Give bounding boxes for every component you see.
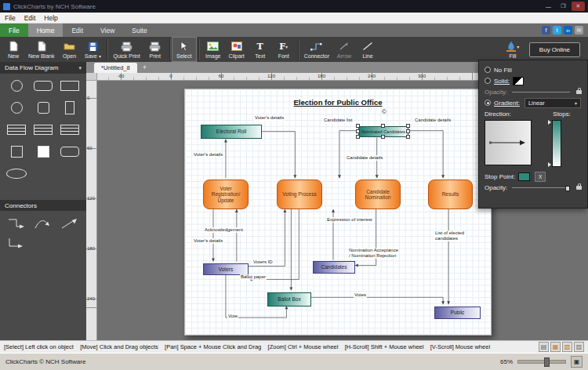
- email-icon[interactable]: ✉: [575, 26, 583, 34]
- zoom-slider-thumb[interactable]: [544, 357, 550, 367]
- fill-button[interactable]: ▾ Fill: [501, 38, 524, 61]
- diagram-node-ballot-box[interactable]: Ballot Box: [267, 292, 311, 307]
- shape-ellipse[interactable]: [3, 166, 30, 181]
- shape-filled-square[interactable]: [30, 144, 56, 159]
- font-button[interactable]: F▾ Font: [272, 38, 296, 61]
- text-button[interactable]: T Text: [249, 38, 272, 61]
- diagram-page[interactable]: Election for Public Office Electoral Rol…: [184, 89, 492, 336]
- quick-print-button[interactable]: Quick Print: [110, 38, 143, 61]
- connector-line[interactable]: [310, 297, 443, 304]
- diagram-node-voters[interactable]: Voters: [203, 263, 249, 275]
- edge-label[interactable]: Voter's details: [254, 115, 285, 121]
- gradient-opacity-slider[interactable]: [512, 187, 570, 188]
- edge-label[interactable]: Candidate details: [346, 155, 383, 161]
- shape-data-store[interactable]: [30, 122, 56, 137]
- selection-handle[interactable]: [381, 124, 385, 128]
- view-option-icon-1[interactable]: ▤: [539, 342, 549, 352]
- shape-round-rect[interactable]: [30, 78, 56, 93]
- zoom-slider[interactable]: [517, 360, 566, 364]
- shape-rect[interactable]: [56, 78, 83, 93]
- arrow-button[interactable]: Arrow: [332, 38, 356, 61]
- diagram-node-public[interactable]: Public: [434, 307, 481, 319]
- gradient-stops-bar[interactable]: [552, 120, 561, 167]
- solid-fill-radio[interactable]: [485, 78, 491, 84]
- elbow2-connector[interactable]: [3, 236, 30, 250]
- selection-handle[interactable]: [356, 129, 360, 133]
- save-dropdown-arrow[interactable]: ▾: [99, 54, 101, 59]
- line-button[interactable]: Line: [356, 38, 379, 61]
- buy-online-button[interactable]: Buy Online: [529, 42, 580, 57]
- edge-label[interactable]: Acknowledgement: [204, 227, 244, 233]
- view-option-icon-3[interactable]: ▧: [562, 342, 572, 352]
- opacity-slider-thumb[interactable]: [565, 186, 570, 191]
- stop-color-swatch[interactable]: [518, 172, 530, 181]
- edge-label[interactable]: Ballot paper: [240, 274, 267, 280]
- edge-label[interactable]: Votes: [354, 292, 367, 298]
- new-blank-button[interactable]: New Blank: [25, 38, 57, 61]
- connector-line[interactable]: [262, 132, 296, 179]
- connector-line[interactable]: [407, 131, 443, 179]
- open-button[interactable]: Open: [57, 38, 81, 61]
- tab-suite[interactable]: Suite: [123, 24, 155, 37]
- facebook-icon[interactable]: f: [542, 26, 550, 34]
- edge-label[interactable]: Expression of interest: [326, 217, 373, 223]
- image-button[interactable]: Image: [201, 38, 225, 61]
- shape-circle[interactable]: [3, 100, 30, 115]
- edge-label[interactable]: Voter's details: [193, 238, 223, 244]
- minimize-button[interactable]: —: [542, 2, 555, 11]
- print-button[interactable]: Print: [143, 38, 167, 61]
- linkedin-icon[interactable]: in: [564, 26, 572, 34]
- shape-data-store[interactable]: [56, 122, 83, 137]
- gradient-radio[interactable]: [485, 100, 491, 106]
- selection-handle[interactable]: [406, 124, 410, 128]
- document-tab[interactable]: *Untitled_8: [94, 63, 137, 73]
- shape-round-rect[interactable]: [56, 144, 83, 159]
- edge-label[interactable]: Candidate details: [414, 118, 452, 123]
- menu-help[interactable]: Help: [44, 14, 57, 22]
- straight-connector[interactable]: [56, 216, 83, 230]
- select-tool-button[interactable]: Select: [172, 38, 196, 61]
- menu-edit[interactable]: Edit: [24, 14, 36, 22]
- connector-line[interactable]: [339, 131, 358, 179]
- lock-icon[interactable]: [576, 186, 582, 190]
- tab-home[interactable]: Home: [28, 24, 64, 37]
- shape-data-store[interactable]: [3, 122, 30, 137]
- gradient-type-dropdown[interactable]: Linear ▾: [524, 98, 581, 108]
- shape-category-dropdown[interactable]: Data Flow Diagram ▾: [0, 62, 86, 74]
- twitter-icon[interactable]: t: [553, 26, 561, 34]
- opacity-slider[interactable]: [512, 92, 570, 92]
- fill-dropdown-arrow[interactable]: ▾: [517, 44, 519, 49]
- lock-icon[interactable]: [576, 90, 582, 94]
- diagram-node-results[interactable]: Results: [428, 180, 473, 209]
- edge-label[interactable]: List of elected candidates: [434, 230, 465, 241]
- tab-edit[interactable]: Edit: [63, 24, 92, 37]
- view-option-icon-4[interactable]: ▨: [574, 342, 584, 352]
- selection-handle[interactable]: [356, 124, 360, 128]
- edge-label[interactable]: Nomination Acceptance / Nomination Rejec…: [348, 248, 399, 259]
- new-tab-button[interactable]: +: [143, 63, 147, 73]
- diagram-node-electoral-roll[interactable]: Electoral Roll: [201, 125, 262, 139]
- no-fill-radio[interactable]: [485, 67, 491, 73]
- maximize-button[interactable]: ❐: [557, 2, 570, 11]
- diagram-node-voting-process[interactable]: Voting Process: [277, 180, 322, 209]
- diagram-title[interactable]: Election for Public Office: [185, 98, 491, 107]
- selection-handle[interactable]: [406, 129, 410, 133]
- selection-handle[interactable]: [406, 135, 410, 139]
- gradient-direction-preview[interactable]: [485, 120, 532, 165]
- connector-button[interactable]: Connector: [301, 38, 332, 61]
- edge-label[interactable]: Vote: [227, 314, 238, 319]
- fit-page-icon[interactable]: ▣: [571, 356, 583, 368]
- tab-file[interactable]: File: [0, 24, 28, 37]
- close-button[interactable]: ✕: [572, 2, 585, 11]
- edge-label[interactable]: Candidate list: [323, 118, 353, 123]
- elbow-connector[interactable]: [3, 216, 30, 230]
- solid-color-swatch[interactable]: [513, 77, 524, 85]
- edge-label[interactable]: ©: [381, 108, 387, 115]
- shape-round-square[interactable]: [30, 100, 56, 115]
- save-button[interactable]: Save ▾: [81, 38, 104, 61]
- shape-v-rect[interactable]: [56, 100, 83, 115]
- connector-line[interactable]: [249, 209, 285, 267]
- edge-label[interactable]: Voter's details: [193, 152, 223, 158]
- diagram-node-voter-registration[interactable]: Voter Registration/ Update: [203, 180, 249, 209]
- shape-square[interactable]: [3, 144, 30, 159]
